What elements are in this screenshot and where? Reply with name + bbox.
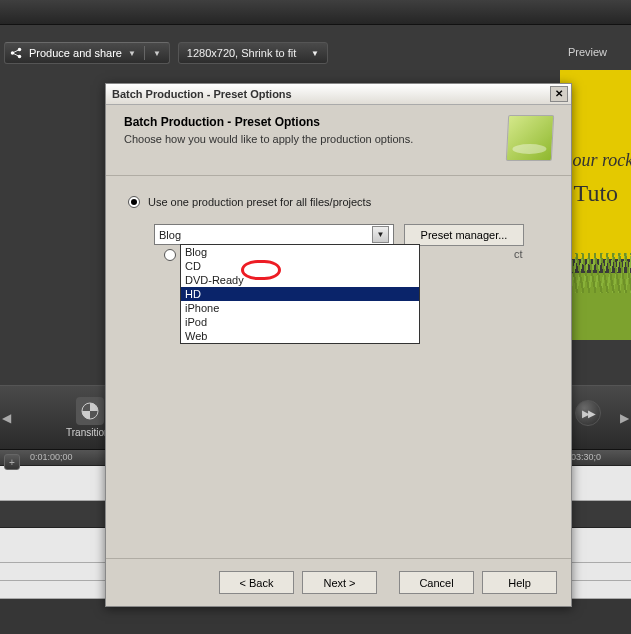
next-button[interactable]: Next > [302, 571, 377, 594]
radio-option-1[interactable]: Use one production preset for all files/… [128, 196, 549, 208]
caret-down-icon: ▼ [153, 49, 161, 58]
dialog-footer: < Back Next > Cancel Help [106, 558, 571, 606]
preset-option[interactable]: CD [181, 259, 419, 273]
preset-option[interactable]: DVD-Ready [181, 273, 419, 287]
toolbar: Produce and share ▼ ▼ 1280x720, Shrink t… [0, 40, 631, 66]
cancel-button[interactable]: Cancel [399, 571, 474, 594]
timecode-1: 0:01:00;00 [30, 452, 73, 462]
dialog-body: Use one production preset for all files/… [106, 176, 571, 266]
preset-select[interactable]: Blog ▼ [154, 224, 394, 245]
divider [144, 46, 145, 60]
dialog-title: Batch Production - Preset Options [112, 88, 292, 100]
preset-option[interactable]: Blog [181, 245, 419, 259]
resolution-dropdown[interactable]: 1280x720, Shrink to fit ▼ [178, 42, 328, 64]
fast-forward-icon: ▶▶ [582, 408, 594, 419]
scroll-left-icon[interactable]: ◀ [2, 411, 11, 425]
preset-manager-button[interactable]: Preset manager... [404, 224, 524, 246]
preset-option[interactable]: iPod [181, 315, 419, 329]
radio-icon [128, 196, 140, 208]
produce-share-label: Produce and share [29, 47, 122, 59]
dialog-header-subtitle: Choose how you would like to apply the p… [124, 133, 413, 145]
resolution-label: 1280x720, Shrink to fit [187, 47, 296, 59]
top-band [0, 0, 631, 25]
caret-down-icon: ▼ [311, 49, 319, 58]
produce-share-button[interactable]: Produce and share ▼ ▼ [4, 42, 170, 64]
back-button[interactable]: < Back [219, 571, 294, 594]
fast-forward-button[interactable]: ▶▶ [575, 400, 601, 426]
caret-down-icon: ▼ [128, 49, 136, 58]
radio-label-1: Use one production preset for all files/… [148, 196, 371, 208]
add-track-button[interactable]: + [4, 454, 20, 470]
dialog-batch-production: Batch Production - Preset Options ✕ Batc… [105, 83, 572, 607]
preset-dropdown-list: BlogCDDVD-ReadyHDiPhoneiPodWeb [180, 244, 420, 344]
preset-select-row: Blog ▼ Preset manager... ct BlogCDDVD-Re… [154, 224, 549, 246]
close-button[interactable]: ✕ [550, 86, 568, 102]
transitions-icon [76, 397, 104, 425]
preset-option[interactable]: HD [181, 287, 419, 301]
dialog-titlebar[interactable]: Batch Production - Preset Options ✕ [106, 84, 571, 105]
share-icon [9, 46, 23, 60]
preset-option[interactable]: iPhone [181, 301, 419, 315]
dialog-header: Batch Production - Preset Options Choose… [106, 105, 571, 176]
preset-option[interactable]: Web [181, 329, 419, 343]
radio-option-2[interactable] [164, 249, 176, 261]
preview-label: Preview [568, 46, 607, 58]
dialog-header-title: Batch Production - Preset Options [124, 115, 413, 129]
help-button[interactable]: Help [482, 571, 557, 594]
dropdown-button-icon: ▼ [372, 226, 389, 243]
preset-select-value: Blog [159, 229, 181, 241]
scroll-right-icon[interactable]: ▶ [620, 411, 629, 425]
dialog-header-icon [506, 115, 554, 161]
truncated-label: ct [514, 248, 523, 260]
